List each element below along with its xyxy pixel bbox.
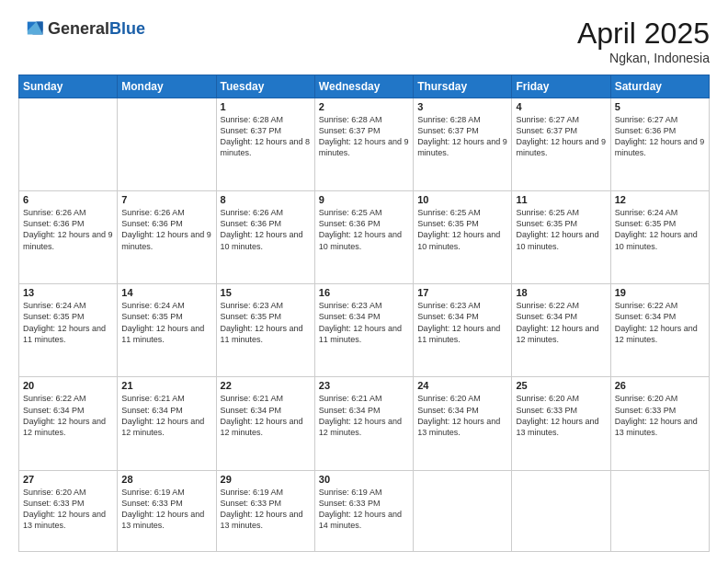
day-info: Sunrise: 6:22 AM Sunset: 6:34 PM Dayligh…: [615, 300, 705, 345]
table-row: 10Sunrise: 6:25 AM Sunset: 6:35 PM Dayli…: [414, 191, 512, 284]
table-row: [118, 98, 216, 191]
day-number: 6: [23, 194, 113, 205]
day-info: Sunrise: 6:21 AM Sunset: 6:34 PM Dayligh…: [221, 393, 311, 438]
table-row: 15Sunrise: 6:23 AM Sunset: 6:35 PM Dayli…: [216, 284, 314, 377]
day-info: Sunrise: 6:20 AM Sunset: 6:33 PM Dayligh…: [516, 393, 606, 438]
day-number: 9: [319, 194, 409, 205]
day-info: Sunrise: 6:25 AM Sunset: 6:35 PM Dayligh…: [417, 207, 507, 252]
table-row: 27Sunrise: 6:20 AM Sunset: 6:33 PM Dayli…: [19, 470, 118, 552]
table-row: 11Sunrise: 6:25 AM Sunset: 6:35 PM Dayli…: [512, 191, 610, 284]
day-number: 13: [23, 287, 113, 298]
table-row: 13Sunrise: 6:24 AM Sunset: 6:35 PM Dayli…: [19, 284, 118, 377]
day-number: 21: [121, 380, 211, 391]
table-row: 29Sunrise: 6:19 AM Sunset: 6:33 PM Dayli…: [216, 470, 314, 552]
day-info: Sunrise: 6:26 AM Sunset: 6:36 PM Dayligh…: [121, 207, 211, 252]
day-number: 10: [417, 194, 507, 205]
day-number: 25: [516, 380, 606, 391]
day-info: Sunrise: 6:22 AM Sunset: 6:34 PM Dayligh…: [516, 300, 606, 345]
day-info: Sunrise: 6:28 AM Sunset: 6:37 PM Dayligh…: [417, 114, 507, 159]
table-row: 24Sunrise: 6:20 AM Sunset: 6:34 PM Dayli…: [414, 377, 512, 470]
logo-blue: Blue: [109, 19, 145, 38]
table-row: 4Sunrise: 6:27 AM Sunset: 6:37 PM Daylig…: [512, 98, 610, 191]
col-sunday: Sunday: [19, 75, 118, 98]
day-number: 1: [221, 101, 311, 112]
calendar-week-4: 20Sunrise: 6:22 AM Sunset: 6:34 PM Dayli…: [19, 377, 710, 470]
day-info: Sunrise: 6:27 AM Sunset: 6:36 PM Dayligh…: [615, 114, 705, 159]
day-info: Sunrise: 6:23 AM Sunset: 6:34 PM Dayligh…: [319, 300, 409, 345]
day-info: Sunrise: 6:20 AM Sunset: 6:33 PM Dayligh…: [23, 487, 113, 532]
table-row: 12Sunrise: 6:24 AM Sunset: 6:35 PM Dayli…: [610, 191, 709, 284]
day-info: Sunrise: 6:25 AM Sunset: 6:36 PM Dayligh…: [319, 207, 409, 252]
day-info: Sunrise: 6:23 AM Sunset: 6:34 PM Dayligh…: [417, 300, 507, 345]
logo-general: General: [48, 19, 109, 38]
table-row: [610, 470, 709, 552]
day-number: 12: [615, 194, 705, 205]
title-block: April 2025 Ngkan, Indonesia: [577, 17, 710, 65]
day-number: 28: [121, 474, 211, 485]
day-number: 19: [615, 287, 705, 298]
day-info: Sunrise: 6:19 AM Sunset: 6:33 PM Dayligh…: [221, 487, 311, 532]
day-number: 5: [615, 101, 705, 112]
col-friday: Friday: [512, 75, 610, 98]
day-info: Sunrise: 6:25 AM Sunset: 6:35 PM Dayligh…: [516, 207, 606, 252]
col-tuesday: Tuesday: [216, 75, 314, 98]
calendar-week-3: 13Sunrise: 6:24 AM Sunset: 6:35 PM Dayli…: [19, 284, 710, 377]
day-info: Sunrise: 6:24 AM Sunset: 6:35 PM Dayligh…: [615, 207, 705, 252]
logo: GeneralBlue: [18, 17, 145, 42]
col-monday: Monday: [118, 75, 216, 98]
table-row: 14Sunrise: 6:24 AM Sunset: 6:35 PM Dayli…: [118, 284, 216, 377]
table-row: 18Sunrise: 6:22 AM Sunset: 6:34 PM Dayli…: [512, 284, 610, 377]
day-info: Sunrise: 6:27 AM Sunset: 6:37 PM Dayligh…: [516, 114, 606, 159]
table-row: 17Sunrise: 6:23 AM Sunset: 6:34 PM Dayli…: [414, 284, 512, 377]
calendar-header-row: Sunday Monday Tuesday Wednesday Thursday…: [19, 75, 710, 98]
table-row: 23Sunrise: 6:21 AM Sunset: 6:34 PM Dayli…: [314, 377, 413, 470]
table-row: 21Sunrise: 6:21 AM Sunset: 6:34 PM Dayli…: [118, 377, 216, 470]
day-info: Sunrise: 6:23 AM Sunset: 6:35 PM Dayligh…: [221, 300, 311, 345]
table-row: [19, 98, 118, 191]
table-row: 6Sunrise: 6:26 AM Sunset: 6:36 PM Daylig…: [19, 191, 118, 284]
table-row: 7Sunrise: 6:26 AM Sunset: 6:36 PM Daylig…: [118, 191, 216, 284]
calendar-week-5: 27Sunrise: 6:20 AM Sunset: 6:33 PM Dayli…: [19, 470, 710, 552]
table-row: 16Sunrise: 6:23 AM Sunset: 6:34 PM Dayli…: [314, 284, 413, 377]
table-row: [414, 470, 512, 552]
day-number: 14: [121, 287, 211, 298]
calendar-week-1: 1Sunrise: 6:28 AM Sunset: 6:37 PM Daylig…: [19, 98, 710, 191]
col-thursday: Thursday: [414, 75, 512, 98]
day-number: 16: [319, 287, 409, 298]
day-number: 29: [221, 474, 311, 485]
day-info: Sunrise: 6:19 AM Sunset: 6:33 PM Dayligh…: [319, 487, 409, 532]
col-wednesday: Wednesday: [314, 75, 413, 98]
day-info: Sunrise: 6:26 AM Sunset: 6:36 PM Dayligh…: [221, 207, 311, 252]
logo-text: GeneralBlue: [48, 20, 145, 39]
table-row: 30Sunrise: 6:19 AM Sunset: 6:33 PM Dayli…: [314, 470, 413, 552]
day-number: 8: [221, 194, 311, 205]
day-info: Sunrise: 6:22 AM Sunset: 6:34 PM Dayligh…: [23, 393, 113, 438]
day-info: Sunrise: 6:19 AM Sunset: 6:33 PM Dayligh…: [121, 487, 211, 532]
table-row: 19Sunrise: 6:22 AM Sunset: 6:34 PM Dayli…: [610, 284, 709, 377]
day-number: 7: [121, 194, 211, 205]
calendar-table: Sunday Monday Tuesday Wednesday Thursday…: [18, 75, 710, 552]
day-number: 3: [417, 101, 507, 112]
day-info: Sunrise: 6:20 AM Sunset: 6:33 PM Dayligh…: [615, 393, 705, 438]
table-row: 3Sunrise: 6:28 AM Sunset: 6:37 PM Daylig…: [414, 98, 512, 191]
day-info: Sunrise: 6:28 AM Sunset: 6:37 PM Dayligh…: [319, 114, 409, 159]
logo-icon: [18, 17, 44, 42]
table-row: 28Sunrise: 6:19 AM Sunset: 6:33 PM Dayli…: [118, 470, 216, 552]
day-number: 23: [319, 380, 409, 391]
table-row: 9Sunrise: 6:25 AM Sunset: 6:36 PM Daylig…: [314, 191, 413, 284]
day-number: 18: [516, 287, 606, 298]
table-row: 5Sunrise: 6:27 AM Sunset: 6:36 PM Daylig…: [610, 98, 709, 191]
table-row: 20Sunrise: 6:22 AM Sunset: 6:34 PM Dayli…: [19, 377, 118, 470]
day-info: Sunrise: 6:28 AM Sunset: 6:37 PM Dayligh…: [221, 114, 311, 159]
day-info: Sunrise: 6:24 AM Sunset: 6:35 PM Dayligh…: [23, 300, 113, 345]
page: GeneralBlue April 2025 Ngkan, Indonesia …: [0, 0, 728, 563]
day-number: 15: [221, 287, 311, 298]
calendar-week-2: 6Sunrise: 6:26 AM Sunset: 6:36 PM Daylig…: [19, 191, 710, 284]
table-row: 8Sunrise: 6:26 AM Sunset: 6:36 PM Daylig…: [216, 191, 314, 284]
table-row: 1Sunrise: 6:28 AM Sunset: 6:37 PM Daylig…: [216, 98, 314, 191]
day-number: 30: [319, 474, 409, 485]
col-saturday: Saturday: [610, 75, 709, 98]
day-number: 17: [417, 287, 507, 298]
header: GeneralBlue April 2025 Ngkan, Indonesia: [18, 17, 710, 65]
day-number: 2: [319, 101, 409, 112]
